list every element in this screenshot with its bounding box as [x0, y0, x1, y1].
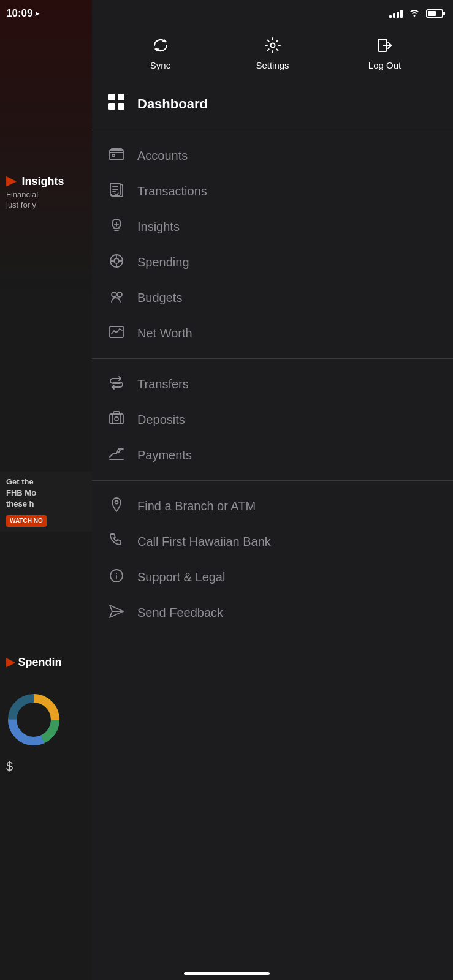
insights-label: Insights	[137, 220, 180, 234]
menu-section-1: Accounts Transactions	[92, 133, 453, 356]
sync-button[interactable]: Sync	[139, 37, 182, 70]
divider-1	[92, 130, 453, 130]
donut-chart-bg	[6, 692, 61, 747]
deposits-menu-item[interactable]: Deposits	[92, 402, 453, 437]
budgets-menu-item[interactable]: Budgets	[92, 280, 453, 315]
signal-bar-4	[400, 10, 403, 18]
branch-menu-item[interactable]: Find a Branch or ATM	[92, 488, 453, 524]
navigation-drawer: Sync Settings Log Out	[92, 0, 453, 980]
transfers-menu-item[interactable]: Transfers	[92, 366, 453, 402]
budgets-label: Budgets	[137, 291, 182, 305]
dashboard-icon	[107, 92, 126, 115]
settings-label: Settings	[256, 60, 289, 70]
feedback-menu-item[interactable]: Send Feedback	[92, 595, 453, 630]
svg-rect-8	[118, 94, 124, 100]
payments-icon	[107, 446, 126, 464]
support-menu-item[interactable]: Support & Legal	[92, 559, 453, 595]
transactions-icon	[107, 182, 126, 200]
payments-menu-item[interactable]: Payments	[92, 437, 453, 473]
insights-menu-item[interactable]: Insights	[92, 209, 453, 244]
accounts-icon	[107, 146, 126, 165]
payments-label: Payments	[137, 448, 192, 462]
spending-arrow-bg: ▶	[6, 655, 15, 668]
svg-rect-9	[108, 103, 115, 110]
svg-rect-31	[110, 414, 123, 424]
budgets-icon	[107, 288, 126, 307]
svg-point-23	[114, 258, 119, 263]
transfers-label: Transfers	[137, 377, 189, 391]
location-arrow-icon-bg: ➤	[34, 10, 40, 18]
transfers-icon	[107, 375, 126, 393]
home-indicator	[184, 972, 270, 975]
insights-title-bg: Insights	[21, 175, 64, 187]
deposits-label: Deposits	[137, 413, 185, 427]
wifi-icon	[409, 8, 420, 19]
divider-3	[92, 480, 453, 481]
menu-section-3: Find a Branch or ATM Call First Hawaiian…	[92, 483, 453, 635]
accounts-label: Accounts	[137, 149, 188, 163]
battery-icon	[426, 9, 443, 18]
networth-icon	[107, 324, 126, 342]
svg-point-28	[112, 292, 116, 297]
sync-label: Sync	[150, 60, 170, 70]
top-actions-bar: Sync Settings Log Out	[92, 27, 453, 83]
battery-fill	[428, 11, 436, 16]
status-time-bg: 10:09	[6, 7, 32, 20]
insights-icon	[107, 217, 126, 236]
drawer-spacer	[92, 635, 453, 980]
insights-subtitle2-bg: just for y	[6, 200, 92, 209]
transactions-label: Transactions	[137, 184, 207, 198]
support-icon	[107, 568, 126, 586]
signal-icon	[389, 9, 403, 18]
networth-menu-item[interactable]: Net Worth	[92, 315, 453, 351]
promo-line2-bg: FHB Mo	[6, 488, 92, 499]
feedback-label: Send Feedback	[137, 606, 223, 620]
svg-point-38	[116, 573, 117, 574]
dashboard-menu-item[interactable]: Dashboard	[92, 83, 453, 127]
promo-line1-bg: Get the	[6, 477, 92, 488]
promo-line3-bg: these h	[6, 499, 92, 510]
signal-bar-3	[397, 12, 399, 18]
svg-rect-13	[112, 154, 115, 156]
spending-menu-item[interactable]: Spending	[92, 244, 453, 280]
svg-rect-7	[108, 94, 115, 100]
signal-bar-1	[389, 15, 392, 18]
svg-point-4	[270, 43, 275, 48]
branch-label: Find a Branch or ATM	[137, 499, 256, 513]
call-icon	[107, 532, 126, 551]
logout-button[interactable]: Log Out	[364, 37, 406, 70]
svg-point-29	[117, 292, 122, 297]
insights-arrow-bg: ▶	[6, 173, 17, 189]
support-label: Support & Legal	[137, 570, 225, 584]
settings-button[interactable]: Settings	[251, 37, 294, 70]
accounts-menu-item[interactable]: Accounts	[92, 138, 453, 173]
feedback-icon	[107, 603, 126, 622]
svg-point-32	[115, 417, 118, 421]
call-label: Call First Hawaiian Bank	[137, 535, 271, 549]
logout-icon	[376, 37, 394, 56]
divider-2	[92, 358, 453, 359]
dashboard-label: Dashboard	[137, 96, 208, 112]
svg-rect-10	[118, 103, 124, 110]
networth-label: Net Worth	[137, 326, 192, 341]
transactions-menu-item[interactable]: Transactions	[92, 173, 453, 209]
settings-icon	[264, 37, 281, 56]
drawer-status-bar	[92, 0, 453, 27]
spending-icon	[107, 253, 126, 271]
watch-now-btn-bg: WATCH NO	[6, 515, 47, 527]
logout-label: Log Out	[368, 60, 401, 70]
menu-section-2: Transfers Deposits	[92, 361, 453, 478]
spending-title-bg: Spendin	[18, 656, 61, 668]
svg-point-36	[115, 501, 118, 504]
signal-bar-2	[393, 13, 395, 18]
deposits-icon	[107, 410, 126, 429]
insights-subtitle-bg: Financial	[6, 190, 92, 199]
amount-bg: $	[6, 760, 13, 774]
branch-icon	[107, 497, 126, 515]
spending-label: Spending	[137, 255, 189, 270]
call-menu-item[interactable]: Call First Hawaiian Bank	[92, 524, 453, 559]
sync-icon	[152, 37, 169, 56]
